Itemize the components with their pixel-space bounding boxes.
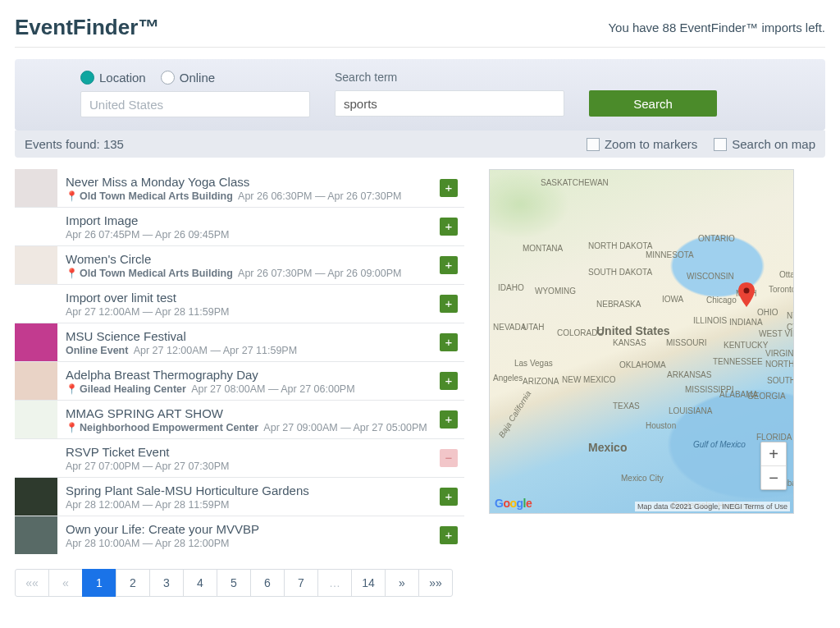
map-label: Ottawa: [779, 270, 794, 279]
event-body: Own your Life: Create your MVVBPApr 28 1…: [57, 516, 436, 554]
map-attribution: Map data ©2021 Google, INEGI Terms of Us…: [635, 502, 790, 511]
google-logo: Google: [495, 497, 532, 510]
event-row[interactable]: Import ImageApr 26 07:45PM — Apr 26 09:4…: [15, 207, 464, 245]
event-row[interactable]: Never Miss a Monday Yoga Class📍Old Town …: [15, 169, 464, 207]
location-pin-icon: 📍: [66, 383, 78, 395]
add-event-button[interactable]: +: [440, 372, 458, 390]
event-row[interactable]: Spring Plant Sale-MSU Horticulture Garde…: [15, 477, 464, 516]
event-thumbnail: [15, 246, 57, 284]
map-label: UTAH: [523, 323, 544, 332]
zoom-in-button[interactable]: +: [761, 442, 786, 465]
event-meta: Online Event Apr 27 12:00AM — Apr 27 11:…: [66, 345, 430, 356]
event-thumbnail: [15, 516, 57, 554]
map-label: WYOMING: [535, 286, 576, 296]
map-label: NEBRASKA: [596, 300, 641, 309]
location-input[interactable]: [80, 91, 310, 117]
event-time: Apr 27 12:00AM — Apr 28 11:59PM: [66, 306, 229, 318]
map-label-us: United States: [596, 324, 669, 337]
map-label: Toronto: [769, 285, 794, 294]
page-6[interactable]: 6: [250, 569, 285, 597]
search-term-input[interactable]: [335, 90, 564, 117]
zoom-out-button[interactable]: −: [761, 465, 786, 489]
map-label: MINNESOTA: [646, 250, 694, 259]
search-button[interactable]: Search: [589, 90, 717, 117]
page-7[interactable]: 7: [284, 569, 318, 597]
map-label: NEW MEXICO: [562, 375, 616, 384]
add-event-button[interactable]: +: [440, 410, 458, 429]
zoom-to-markers-checkbox[interactable]: Zoom to markers: [587, 137, 697, 151]
search-on-map-checkbox[interactable]: Search on map: [714, 137, 815, 151]
page-3[interactable]: 3: [149, 569, 184, 597]
imports-remaining: You have 88 EventFinder™ imports left.: [608, 21, 825, 34]
page-last[interactable]: »»: [418, 569, 453, 597]
map-label: KANSAS: [613, 338, 646, 347]
event-row[interactable]: RSVP Ticket EventApr 27 07:00PM — Apr 27…: [15, 438, 464, 477]
event-thumbnail: [15, 362, 57, 400]
map-label: WEST VIRGINIA: [759, 330, 794, 338]
event-row[interactable]: Adelpha Breast Thermography Day📍Gilead H…: [15, 361, 464, 400]
map-label: NEVADA: [493, 323, 526, 332]
page-1[interactable]: 1: [82, 569, 116, 597]
map-label: SOUTH DAKOTA: [588, 268, 652, 277]
location-pin-icon: 📍: [66, 422, 78, 433]
page-ellipsis: …: [317, 569, 352, 597]
map-label: LOUISIANA: [669, 406, 712, 415]
map-label: Chicago: [706, 296, 737, 305]
event-meta: Apr 28 12:00AM — Apr 28 11:59PM: [66, 499, 430, 511]
event-time: Apr 28 10:00AM — Apr 28 12:00PM: [66, 538, 229, 549]
event-title: Adelpha Breast Thermography Day: [66, 368, 430, 382]
event-row[interactable]: Own your Life: Create your MVVBPApr 28 1…: [15, 516, 464, 554]
event-title: Import over limit test: [66, 291, 430, 305]
map[interactable]: United States Mexico SASKATCHEWAN MONTAN…: [489, 169, 794, 514]
event-row[interactable]: MMAG SPRING ART SHOW📍Neighborhood Empowe…: [15, 400, 464, 438]
map-label: ARIZONA: [523, 377, 559, 386]
radio-online[interactable]: Online: [161, 71, 215, 85]
page-4[interactable]: 4: [183, 569, 217, 597]
event-action-col: +: [436, 401, 464, 438]
event-thumbnail: [15, 478, 57, 516]
map-label: MONTANA: [523, 244, 563, 253]
add-event-button[interactable]: +: [440, 218, 458, 236]
location-pin-icon: 📍: [66, 268, 78, 279]
event-meta: Apr 26 07:45PM — Apr 26 09:45PM: [66, 229, 430, 241]
page-next[interactable]: »: [385, 569, 419, 597]
event-title: MMAG SPRING ART SHOW: [66, 406, 430, 420]
search-panel: Location Online Search term Search: [15, 59, 825, 131]
event-meta: 📍Old Town Medical Arts Building Apr 26 0…: [66, 268, 430, 279]
map-label: MISSOURI: [666, 338, 706, 347]
event-body: Never Miss a Monday Yoga Class📍Old Town …: [57, 169, 436, 207]
event-time: Apr 26 06:30PM — Apr 26 07:30PM: [238, 190, 401, 202]
radio-location-label: Location: [99, 71, 146, 85]
radio-dot-icon: [80, 71, 94, 85]
event-meta: 📍Neighborhood Empowerment Center Apr 27 …: [66, 422, 430, 433]
event-row[interactable]: Import over limit testApr 27 12:00AM — A…: [15, 284, 464, 323]
event-row[interactable]: Women's Circle📍Old Town Medical Arts Bui…: [15, 245, 464, 284]
add-event-button[interactable]: +: [440, 526, 458, 544]
page-14[interactable]: 14: [351, 569, 386, 597]
add-event-button[interactable]: +: [440, 179, 458, 197]
map-marker-icon: [737, 282, 756, 307]
event-action-col: +: [436, 285, 464, 323]
event-body: Women's Circle📍Old Town Medical Arts Bui…: [57, 246, 436, 284]
remove-event-button[interactable]: −: [440, 449, 458, 467]
map-label: KENTUCKY: [724, 341, 768, 350]
page-2[interactable]: 2: [116, 569, 150, 597]
event-action-col: +: [436, 208, 464, 245]
event-location: Old Town Medical Arts Building: [80, 190, 233, 202]
radio-location[interactable]: Location: [80, 71, 146, 85]
add-event-button[interactable]: +: [440, 488, 458, 506]
add-event-button[interactable]: +: [440, 333, 458, 351]
add-event-button[interactable]: +: [440, 256, 458, 274]
map-label: Gulf of Mexico: [693, 441, 746, 449]
add-event-button[interactable]: +: [440, 295, 458, 313]
page-5[interactable]: 5: [217, 569, 251, 597]
event-location: Old Town Medical Arts Building: [80, 268, 233, 279]
event-time: Apr 27 09:00AM — Apr 27 05:00PM: [263, 422, 427, 433]
online-tag: Online Event: [66, 345, 128, 356]
map-label: COLORADO: [557, 328, 604, 337]
map-zoom-control: + −: [760, 442, 787, 490]
event-thumbnail: [15, 169, 57, 207]
map-label: TEXAS: [613, 401, 640, 410]
event-row[interactable]: MSU Science FestivalOnline Event Apr 27 …: [15, 323, 464, 361]
event-body: Import ImageApr 26 07:45PM — Apr 26 09:4…: [57, 208, 436, 245]
